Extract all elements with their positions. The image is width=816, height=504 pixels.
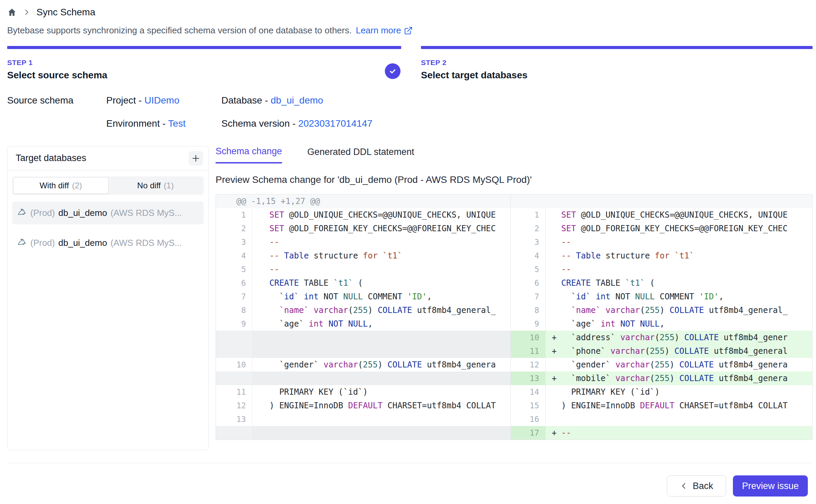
added-sign: + bbox=[552, 344, 556, 358]
diff-code-row: 10 `gender` varchar(255) COLLATE utf8mb4… bbox=[216, 358, 511, 372]
diff-code-row: 12 `gender` varchar(255) COLLATE utf8mb4… bbox=[511, 358, 812, 372]
code-cell: PRIMARY KEY (`id`) bbox=[252, 385, 511, 399]
line-number: 12 bbox=[216, 399, 252, 412]
code-cell: + `address` varchar(255) COLLATE utf8mb4… bbox=[546, 331, 812, 344]
source-schema-label: Source schema bbox=[7, 95, 106, 129]
diff-code-row: 7 `id` int NOT NULL COMMENT 'ID', bbox=[511, 290, 812, 303]
hunk-header-row bbox=[511, 194, 812, 208]
diff-pane-target: 1SET @OLD_UNIQUE_CHECKS=@@UNIQUE_CHECKS,… bbox=[511, 194, 812, 440]
diff-code-row: 13 bbox=[216, 412, 511, 426]
diff-code-row: 6CREATE TABLE `t1` ( bbox=[511, 276, 812, 290]
line-number: 3 bbox=[511, 235, 546, 249]
step-2-label: STEP 2 bbox=[421, 59, 813, 67]
environment-link[interactable]: Test bbox=[168, 118, 186, 129]
code-cell: `age` int NOT NULL, bbox=[252, 317, 511, 331]
diff-code-row: 9 `age` int NOT NULL, bbox=[216, 317, 511, 331]
no-diff-count: (1) bbox=[164, 181, 174, 190]
tab-no-diff[interactable]: No diff (1) bbox=[108, 177, 203, 194]
back-button[interactable]: Back bbox=[667, 475, 726, 497]
database-environment: (Prod) bbox=[30, 208, 55, 218]
mysql-icon bbox=[17, 207, 27, 219]
diff-code-row: 11 PRIMARY KEY (`id`) bbox=[216, 385, 511, 399]
line-number: 2 bbox=[511, 222, 546, 235]
code-cell: -- Table structure for `t1` bbox=[546, 249, 812, 263]
code-cell: -- bbox=[546, 263, 812, 276]
code-cell bbox=[252, 344, 511, 358]
line-number: 16 bbox=[511, 412, 546, 426]
line-number: 11 bbox=[511, 344, 546, 358]
learn-more-link[interactable]: Learn more bbox=[356, 25, 413, 36]
diff-added-row: 17+-- bbox=[511, 426, 812, 440]
add-database-button[interactable] bbox=[189, 151, 203, 166]
line-number: 15 bbox=[511, 399, 546, 412]
preview-issue-button[interactable]: Preview issue bbox=[733, 475, 808, 497]
diff-code-row: 1SET @OLD_UNIQUE_CHECKS=@@UNIQUE_CHECKS,… bbox=[511, 208, 812, 222]
environment-field: Environment - Test bbox=[106, 118, 221, 129]
line-number: 5 bbox=[216, 263, 252, 276]
added-sign: + bbox=[552, 372, 556, 385]
tab-generated-ddl[interactable]: Generated DDL statement bbox=[307, 146, 414, 163]
code-cell: `name` varchar(255) COLLATE utf8mb4_gene… bbox=[546, 303, 812, 317]
line-number: 10 bbox=[511, 331, 546, 344]
project-link[interactable]: UIDemo bbox=[144, 95, 179, 106]
database-link[interactable]: db_ui_demo bbox=[271, 95, 323, 106]
with-diff-count: (2) bbox=[72, 181, 82, 190]
line-number: 1 bbox=[216, 208, 252, 222]
schema-version-link[interactable]: 20230317014147 bbox=[298, 118, 373, 129]
code-cell: -- bbox=[546, 235, 812, 249]
code-cell: `gender` varchar(255) COLLATE utf8mb4_ge… bbox=[546, 358, 812, 372]
code-cell: `gender` varchar(255) COLLATE utf8mb4_ge… bbox=[252, 358, 511, 372]
schema-diff-view: @@ -1,15 +1,27 @@1SET @OLD_UNIQUE_CHECKS… bbox=[216, 194, 813, 440]
line-number: 7 bbox=[511, 290, 546, 303]
code-cell bbox=[252, 412, 511, 426]
target-databases-panel: Target databases With diff (2) No diff (… bbox=[7, 146, 209, 450]
code-cell bbox=[252, 331, 511, 344]
page-description: Bytebase supports synchronizing a specif… bbox=[7, 25, 813, 36]
added-sign: + bbox=[552, 331, 556, 344]
step-2-progress-bar bbox=[421, 46, 813, 49]
preview-tabs: Schema change Generated DDL statement bbox=[216, 146, 813, 163]
diff-filter-toggle: With diff (2) No diff (1) bbox=[12, 176, 204, 195]
line-number: 9 bbox=[216, 317, 252, 331]
hunk-header-row: @@ -1,15 +1,27 @@ bbox=[216, 194, 511, 208]
database-list-item[interactable]: (Prod)db_ui_demo(AWS RDS MyS... bbox=[12, 232, 204, 254]
check-icon bbox=[388, 67, 397, 76]
line-number: 12 bbox=[511, 358, 546, 372]
database-name: db_ui_demo bbox=[58, 208, 107, 218]
chevron-left-icon bbox=[680, 482, 688, 490]
line-number bbox=[216, 426, 252, 440]
code-cell: CREATE TABLE `t1` ( bbox=[546, 276, 812, 290]
code-cell: SET @OLD_FOREIGN_KEY_CHECKS=@@FOREIGN_KE… bbox=[546, 222, 812, 235]
sync-schema-page: Sync Schema Bytebase supports synchroniz… bbox=[0, 0, 816, 504]
line-number: 2 bbox=[216, 222, 252, 235]
code-cell: CREATE TABLE `t1` ( bbox=[252, 276, 511, 290]
diff-filler-row bbox=[216, 331, 511, 344]
database-name: db_ui_demo bbox=[58, 238, 107, 248]
database-instance: (AWS RDS MyS... bbox=[110, 238, 182, 248]
hunk-header-text bbox=[511, 194, 812, 208]
line-number: 10 bbox=[216, 358, 252, 372]
diff-code-row: 5-- bbox=[216, 263, 511, 276]
line-number: 9 bbox=[511, 317, 546, 331]
line-number bbox=[216, 344, 252, 358]
diff-pane-source: @@ -1,15 +1,27 @@1SET @OLD_UNIQUE_CHECKS… bbox=[216, 194, 511, 440]
code-cell: -- bbox=[252, 263, 511, 276]
mysql-icon bbox=[17, 237, 27, 249]
step-2-title: Select target databases bbox=[421, 70, 813, 81]
database-list-item[interactable]: (Prod)db_ui_demo(AWS RDS MyS... bbox=[12, 202, 204, 224]
footer-divider bbox=[7, 463, 813, 463]
description-text: Bytebase supports synchronizing a specif… bbox=[7, 25, 352, 36]
tab-schema-change[interactable]: Schema change bbox=[216, 146, 282, 163]
diff-code-row: 8 `name` varchar(255) COLLATE utf8mb4_ge… bbox=[511, 303, 812, 317]
line-number: 6 bbox=[511, 276, 546, 290]
step-2: STEP 2 Select target databases bbox=[421, 46, 813, 81]
database-list: (Prod)db_ui_demo(AWS RDS MyS...(Prod)db_… bbox=[12, 202, 204, 254]
diff-code-row: 3-- bbox=[216, 235, 511, 249]
tab-with-diff[interactable]: With diff (2) bbox=[13, 177, 108, 194]
home-icon[interactable] bbox=[7, 7, 17, 17]
source-schema-summary: Source schema Project - UIDemo Database … bbox=[7, 95, 813, 129]
added-sign: + bbox=[552, 426, 556, 440]
line-number: 13 bbox=[511, 372, 546, 385]
step-1-completed-badge bbox=[385, 63, 401, 79]
diff-code-row: 4-- Table structure for `t1` bbox=[511, 249, 812, 263]
